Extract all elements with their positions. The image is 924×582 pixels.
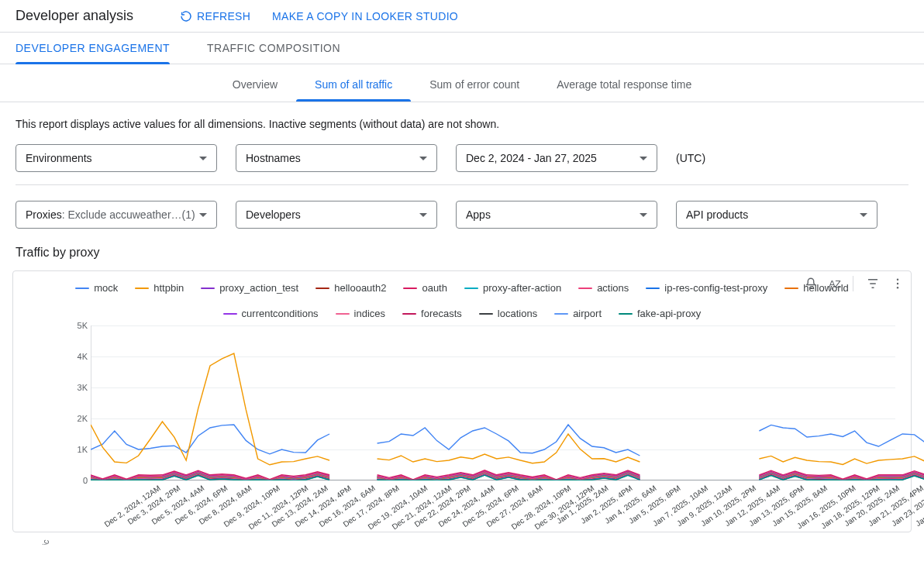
legend-item-currentconditions[interactable]: currentconditions — [223, 308, 319, 319]
legend-label: ip-res-config-test-proxy — [664, 282, 767, 294]
chart-body: 5K4K3K2K1K0 — [60, 325, 895, 480]
sub-tab-1[interactable]: Sum of all traffic — [296, 64, 411, 102]
y-tick: 5K — [78, 321, 88, 330]
legend-item-indices[interactable]: indices — [336, 308, 385, 319]
legend-item-proxy_action_test[interactable]: proxy_action_test — [201, 282, 298, 294]
legend-item-proxy-after-action[interactable]: proxy-after-action — [464, 282, 561, 294]
legend-item-oauth[interactable]: oauth — [403, 282, 447, 294]
primary-tab-1[interactable]: TRAFFIC COMPOSITION — [207, 33, 340, 64]
legend-item-forecasts[interactable]: forecasts — [402, 308, 462, 319]
chevron-down-icon — [419, 213, 427, 217]
sort-az-icon[interactable]: A͎Z — [829, 278, 840, 290]
legend-item-ip-res-config-test-proxy[interactable]: ip-res-config-test-proxy — [646, 282, 767, 294]
legend-swatch — [201, 288, 215, 289]
legend-swatch — [619, 313, 633, 315]
legend-label: fake-api-proxy — [637, 308, 701, 319]
notification-icon[interactable] — [804, 277, 818, 291]
legend-item-airport[interactable]: airport — [554, 308, 602, 319]
y-tick: 1K — [78, 445, 88, 454]
legend-swatch — [75, 288, 89, 289]
date-range-label: Dec 2, 2024 - Jan 27, 2025 — [466, 152, 597, 164]
filter-row-2: Proxies: Exclude accuweather…(1) Develop… — [0, 195, 924, 238]
legend-swatch — [402, 313, 416, 315]
y-tick: 2K — [78, 414, 88, 423]
top-bar: Developer analysis REFRESH MAKE A COPY I… — [0, 0, 924, 33]
chart-card: A͎Z mockhttpbinproxy_action_testhellooau… — [12, 270, 912, 532]
legend-swatch — [646, 288, 660, 289]
filter-icon[interactable] — [866, 277, 880, 291]
timezone-label: (UTC) — [676, 152, 705, 164]
toolbar-separator — [853, 276, 853, 291]
legend-item-actions[interactable]: actions — [578, 282, 629, 294]
refresh-icon — [180, 10, 192, 22]
looker-copy-link[interactable]: MAKE A COPY IN LOOKER STUDIO — [272, 10, 458, 22]
chevron-down-icon — [199, 213, 207, 217]
chevron-down-icon — [860, 213, 867, 217]
legend-label: oauth — [422, 282, 447, 294]
page-title: Developer analysis — [16, 8, 133, 24]
legend-swatch — [135, 288, 149, 289]
filter-row-1: Environments Hostnames Dec 2, 2024 - Jan… — [0, 138, 924, 181]
proxies-dropdown[interactable]: Proxies: Exclude accuweather…(1) — [16, 201, 217, 229]
chevron-down-icon — [640, 157, 647, 160]
legend-label: hellooauth2 — [334, 282, 386, 294]
legend-label: airport — [573, 308, 602, 319]
hostnames-dropdown[interactable]: Hostnames — [236, 144, 437, 172]
refresh-label: REFRESH — [197, 10, 250, 22]
y-tick: 4K — [78, 352, 88, 361]
legend-label: indices — [354, 308, 385, 319]
sub-tab-3[interactable]: Average total response time — [538, 64, 710, 102]
sub-tab-0[interactable]: Overview — [214, 64, 296, 102]
legend-label: proxy_action_test — [219, 282, 298, 294]
legend-swatch — [336, 313, 350, 315]
x-axis-ticks: Dec 2, 2024, 12AMDec 3, 2024, 2PMDec 5, … — [60, 480, 895, 525]
legend-label: proxy-after-action — [483, 282, 561, 294]
developers-dropdown[interactable]: Developers — [236, 201, 437, 229]
y-tick: 3K — [78, 383, 88, 392]
legend-swatch — [479, 313, 493, 315]
legend-item-fake-api-proxy[interactable]: fake-api-proxy — [619, 308, 701, 319]
legend-swatch — [403, 288, 417, 289]
series-line-mock — [91, 425, 329, 454]
legend-item-mock[interactable]: mock — [75, 282, 118, 294]
series-line-mock — [759, 425, 924, 446]
chevron-down-icon — [419, 157, 427, 160]
legend-label: actions — [597, 282, 629, 294]
legend-swatch — [464, 288, 478, 289]
chevron-down-icon — [640, 213, 647, 217]
api-products-dropdown[interactable]: API products — [676, 201, 877, 229]
date-range-dropdown[interactable]: Dec 2, 2024 - Jan 27, 2025 — [456, 144, 657, 172]
legend-label: currentconditions — [242, 308, 319, 319]
apps-dropdown[interactable]: Apps — [456, 201, 657, 229]
legend-label: locations — [498, 308, 537, 319]
environments-label: Environments — [26, 152, 92, 164]
legend-item-httpbin[interactable]: httpbin — [135, 282, 184, 294]
series-line-mock — [378, 425, 640, 456]
series-line-httpbin — [759, 456, 924, 464]
chart-toolbar: A͎Z — [804, 276, 905, 291]
environments-dropdown[interactable]: Environments — [16, 144, 217, 172]
report-description: This report displays active values for a… — [0, 102, 924, 138]
legend-swatch — [315, 288, 329, 289]
legend-label: mock — [94, 282, 118, 294]
refresh-button[interactable]: REFRESH — [180, 10, 250, 22]
series-line-httpbin — [91, 353, 329, 465]
proxies-label: Proxies: Exclude accuweather…(1) — [26, 208, 195, 221]
primary-tab-bar: DEVELOPER ENGAGEMENTTRAFFIC COMPOSITION — [0, 33, 924, 64]
chart-legend: mockhttpbinproxy_action_testhellooauth2o… — [22, 279, 902, 325]
more-vert-icon[interactable] — [891, 277, 905, 291]
sub-tab-bar: OverviewSum of all trafficSum of error c… — [0, 64, 924, 102]
legend-item-hellooauth2[interactable]: hellooauth2 — [315, 282, 386, 294]
legend-item-locations[interactable]: locations — [479, 308, 537, 319]
legend-swatch — [784, 288, 798, 289]
chart-plot — [91, 325, 924, 480]
svg-point-1 — [897, 283, 898, 284]
series-line-httpbin — [378, 434, 640, 463]
legend-swatch — [223, 313, 237, 315]
api-products-label: API products — [686, 208, 748, 221]
primary-tab-0[interactable]: DEVELOPER ENGAGEMENT — [16, 33, 170, 64]
sub-tab-2[interactable]: Sum of error count — [411, 64, 538, 102]
svg-point-2 — [897, 287, 898, 288]
chevron-down-icon — [199, 157, 207, 160]
apps-label: Apps — [466, 208, 491, 221]
